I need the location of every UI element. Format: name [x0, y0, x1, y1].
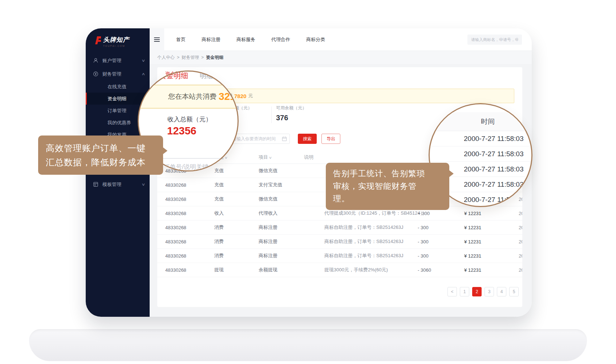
export-button[interactable]: 导出: [321, 134, 340, 144]
table-cell-5: ¥ 12231: [464, 225, 481, 230]
magnified-time-value: 2000-7-27 11:58:03: [464, 181, 523, 189]
user-icon: [93, 58, 98, 63]
breadcrumb-separator: >: [201, 55, 204, 60]
chevron-down-icon: ∨: [141, 58, 145, 62]
table-cell-4: + 300: [418, 211, 430, 216]
table-cell-2: 微信充值: [259, 196, 277, 202]
table-cell-6: 2000-7-27 11:58:03: [519, 239, 522, 244]
breadcrumb: 个人中心>财务管理>资金明细: [150, 51, 532, 64]
table-cell-2: 商标注册: [259, 238, 277, 245]
magnified-banner: 您在本站共消费 32124 元: [138, 85, 239, 109]
table-cell-4: - 300: [418, 253, 429, 259]
table-cell-5: ¥ 12231: [464, 239, 481, 244]
table-cell-3: 代理提成300元（ID:1245，订单号：SB45124）: [324, 210, 425, 217]
table-cell-6: 2000-7-27 11:58:03: [519, 253, 522, 259]
logo-mark-icon: [92, 36, 101, 46]
table-cell-1: 充值: [214, 182, 224, 188]
stat-label: 可用余额（元）: [276, 105, 307, 111]
stat-divider: [271, 106, 272, 123]
sidebar-item-label: 订单管理: [108, 108, 126, 114]
logo: 头牌知产 TOUPAI.COM: [92, 36, 129, 47]
magnified-income-label: 收入总额（元）: [167, 115, 212, 124]
nav-item-0[interactable]: 首页: [176, 36, 186, 43]
sidebar-item-label: 账户管理: [102, 57, 121, 64]
magnified-income-value: 12356: [167, 125, 196, 137]
table-cell-5: ¥ 12231: [464, 211, 481, 216]
top-navbar: 首页商标注册商标服务代理合作商标分类: [150, 28, 532, 51]
table-cell-4: - 300: [418, 239, 429, 244]
time-input[interactable]: [228, 134, 290, 144]
table-cell-2: 商标注册: [259, 252, 277, 259]
sidebar-item-label: 我的优惠券: [108, 120, 131, 126]
table-cell-2: 余额提现: [259, 267, 277, 273]
table-cell-3: 商标自助注册，订单号：SB2514263J: [324, 224, 403, 231]
table-cell-0: 48330268: [165, 239, 186, 244]
finance-icon: [93, 71, 98, 77]
table-cell-1: 充值: [214, 196, 224, 202]
table-header-2[interactable]: 项目 ∨: [259, 154, 272, 161]
pagination-page-3[interactable]: 3: [485, 287, 494, 296]
table-cell-0: 48330268: [165, 197, 186, 202]
magnified-time-value: 2000-7-27 11:58:03: [464, 135, 523, 143]
breadcrumb-item-0[interactable]: 个人中心: [157, 54, 175, 61]
table-cell-1: 提现: [214, 267, 224, 273]
pagination-page-1[interactable]: 1: [460, 287, 469, 296]
breadcrumb-item-1[interactable]: 财务管理: [182, 54, 199, 61]
magnified-banner-prefix: 您在本站共消费: [168, 92, 216, 101]
sort-caret-icon: ∨: [224, 156, 228, 159]
table-cell-1: 收入: [214, 210, 224, 217]
pagination-page-5[interactable]: 5: [509, 287, 519, 296]
sidebar-item-3[interactable]: 资金明细: [86, 93, 150, 105]
pagination-page-4[interactable]: 4: [497, 287, 506, 296]
table-row: 48330268消费商标注册商标自助注册，订单号：SB2514263J- 300…: [157, 249, 522, 263]
table-cell-6: 2000-7-27 11:58:03: [519, 197, 522, 202]
logo-subtitle: TOUPAI.COM: [103, 45, 129, 47]
stat-2: 可用余额（元）376: [276, 105, 307, 122]
table-cell-0: 48330268: [165, 267, 186, 273]
menu-icon[interactable]: [150, 28, 164, 51]
breadcrumb-separator: >: [177, 55, 179, 60]
sidebar-item-0[interactable]: 账户管理∨: [86, 54, 150, 67]
chevron-down-icon: ∨: [141, 182, 145, 186]
search-button[interactable]: 搜索: [298, 134, 317, 144]
page: 头牌知产 TOUPAI.COM 账户管理∨财务管理∧在线充值资金明细订单管理我的…: [0, 0, 616, 364]
table-cell-2: 商标注册: [259, 224, 277, 231]
table-row: 48330268提现余额提现提现3000元，手续费2%(60元)- 3060¥ …: [157, 263, 522, 277]
magnified-time-row: 2000-7-27 11:58:03: [430, 146, 531, 162]
laptop-base: [29, 329, 587, 361]
table-cell-0: 48330268: [165, 225, 186, 230]
table-cell-3: 商标自助注册，订单号：SB2514263J: [324, 238, 403, 245]
sort-caret-icon: ∨: [269, 156, 272, 159]
table-cell-0: 48330268: [165, 253, 186, 259]
nav-item-4[interactable]: 商标分类: [306, 36, 325, 43]
table-row: 48330268消费商标注册商标自助注册，订单号：SB2514263J- 300…: [157, 235, 522, 249]
table-cell-2: 支付宝充值: [259, 182, 282, 188]
table-cell-2: 微信充值: [259, 167, 277, 174]
callout-left: 高效管理账户订单、一键 汇总数据，降低财务成本: [38, 136, 163, 175]
sidebar-item-label: 财务管理: [102, 71, 121, 77]
table-row: 48330268消费商标注册商标自助注册，订单号：SB2514263J- 300…: [157, 221, 522, 235]
sidebar-item-1[interactable]: 财务管理∧: [86, 67, 150, 81]
magnified-time-value: 2000-7-27 11:58:03: [464, 150, 523, 158]
table-cell-1: 消费: [214, 252, 224, 259]
sidebar-item-7[interactable]: 模板管理∨: [86, 178, 150, 191]
sidebar-item-label: 模板管理: [102, 181, 121, 188]
table-cell-4: - 3060: [418, 267, 431, 273]
logo-title: 头牌知产: [103, 36, 129, 44]
table-cell-1: 消费: [214, 238, 224, 245]
sidebar-item-2[interactable]: 在线充值: [86, 81, 150, 93]
table-cell-1: 充值: [214, 167, 224, 174]
nav-item-3[interactable]: 代理合作: [271, 36, 290, 43]
pagination-prev-button[interactable]: <: [447, 287, 457, 296]
stat-value: 376: [276, 114, 307, 122]
table-cell-0: 48330268: [165, 182, 186, 188]
logo-text: 头牌知产 TOUPAI.COM: [103, 36, 129, 47]
table-cell-3: 商标自助注册，订单号：SB2514263J: [324, 252, 403, 259]
table-cell-0: 48330268: [165, 211, 186, 216]
table-cell-5: ¥ 12231: [464, 253, 481, 259]
breadcrumb-item-2[interactable]: 资金明细: [206, 54, 223, 61]
pagination-page-2[interactable]: 2: [472, 287, 482, 296]
nav-item-2[interactable]: 商标服务: [236, 36, 255, 43]
trademark-search-input[interactable]: [467, 35, 522, 45]
nav-item-1[interactable]: 商标注册: [202, 36, 220, 43]
